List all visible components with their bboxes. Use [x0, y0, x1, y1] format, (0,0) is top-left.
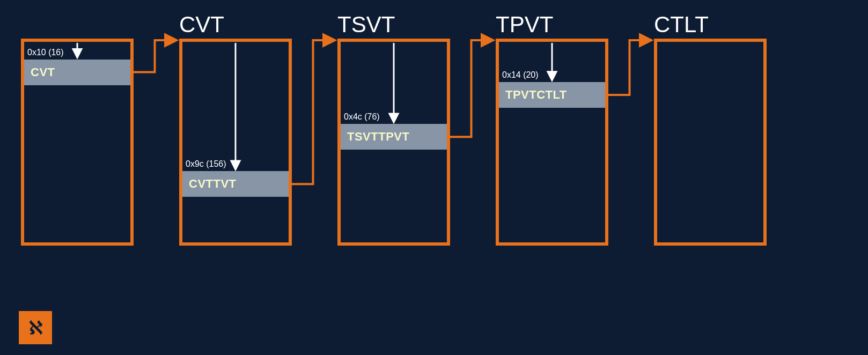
column-title-tpvt: TPVT	[496, 12, 553, 38]
band-label: CVTTVT	[189, 177, 237, 191]
band-label: CVT	[31, 65, 55, 79]
entry-band-cvt: CVT	[24, 60, 130, 85]
column-title-ctlt: CTLT	[654, 12, 709, 38]
memory-box-ctlt	[654, 39, 767, 246]
entry-band-tpvtctlt: TPVTCTLT	[499, 82, 605, 108]
diagram-canvas: { "layout": { "box_top": 72, "box_height…	[0, 0, 868, 355]
column-title-cvt: CVT	[179, 12, 224, 38]
memory-box-tpvt	[496, 39, 608, 246]
offset-label-1: 0x9c (156)	[186, 159, 226, 169]
entry-band-tsvttpvt: TSVTTPVT	[341, 124, 447, 150]
band-label: TPVTCTLT	[505, 88, 567, 102]
offset-label-3: 0x14 (20)	[502, 70, 539, 80]
brand-logo: ℵ	[19, 311, 52, 344]
offset-label-0: 0x10 (16)	[27, 48, 64, 57]
brand-glyph: ℵ	[29, 317, 42, 338]
column-title-tsvt: TSVT	[337, 12, 395, 38]
offset-label-2: 0x4c (76)	[344, 112, 380, 122]
entry-band-cvttvt: CVTTVT	[182, 171, 289, 197]
band-label: TSVTTPVT	[347, 130, 409, 144]
memory-box-cvt	[179, 39, 292, 246]
